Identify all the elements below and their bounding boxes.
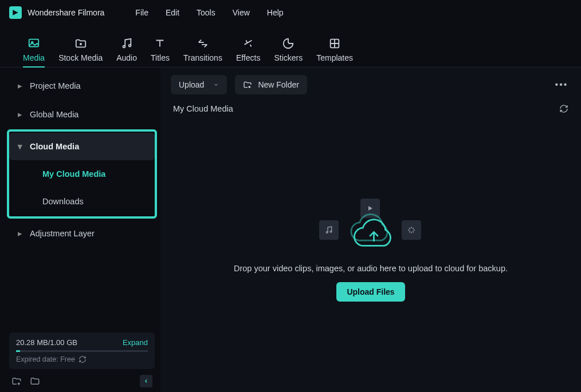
sidebar-item-label: Downloads (42, 197, 84, 206)
storage-usage-row: 20.28 MB/1.00 GB Expand (16, 338, 148, 347)
app-brand: Wondershare Filmora (9, 6, 104, 19)
storage-panel: 20.28 MB/1.00 GB Expand Expired date: Fr… (9, 332, 155, 369)
svg-point-6 (326, 231, 328, 233)
upload-label: Upload (179, 80, 204, 89)
storage-usage: 20.28 MB/1.00 GB (16, 338, 77, 347)
upload-illustration (313, 203, 428, 255)
tabbar: Media Stock Media Audio Titles Transitio… (0, 25, 581, 68)
sidebar-item-my-cloud-media[interactable]: My Cloud Media (9, 160, 155, 188)
sticker-icon (281, 36, 296, 51)
sidebar: ▸ Project Media ▸ Global Media ▾ Cloud M… (0, 68, 160, 392)
swap-icon (195, 36, 210, 51)
footer-icons (11, 376, 40, 386)
content-titlebar: My Cloud Media (171, 96, 571, 118)
sidebar-item-adjustment-layer[interactable]: ▸ Adjustment Layer (9, 220, 155, 247)
media-tree: ▸ Project Media ▸ Global Media ▾ Cloud M… (9, 72, 155, 327)
main: ▸ Project Media ▸ Global Media ▾ Cloud M… (0, 68, 581, 392)
sidebar-item-label: Project Media (30, 81, 81, 90)
folder-icon[interactable] (30, 376, 40, 386)
refresh-icon[interactable] (78, 355, 87, 363)
sidebar-collapse-button[interactable] (140, 375, 152, 387)
menu-edit[interactable]: Edit (166, 8, 179, 17)
menu-file[interactable]: File (135, 8, 148, 17)
app-logo-icon (9, 6, 22, 19)
storage-bar (16, 350, 148, 352)
cloud-upload-icon (344, 209, 397, 249)
tab-media[interactable]: Media (23, 36, 45, 67)
tab-label: Media (23, 53, 45, 62)
sidebar-item-downloads[interactable]: Downloads (9, 188, 155, 215)
folder-icon (73, 36, 88, 51)
text-icon (152, 36, 167, 51)
menubar: File Edit Tools View Help (135, 8, 283, 17)
svg-point-3 (123, 46, 125, 48)
titlebar: Wondershare Filmora File Edit Tools View… (0, 0, 581, 25)
chevron-down-icon (213, 82, 219, 88)
tab-stickers[interactable]: Stickers (274, 36, 303, 67)
refresh-icon[interactable] (559, 104, 568, 113)
app-name: Wondershare Filmora (28, 8, 104, 17)
new-folder-button[interactable]: New Folder (235, 75, 307, 94)
sidebar-item-global-media[interactable]: ▸ Global Media (9, 101, 155, 128)
sidebar-item-label: My Cloud Media (42, 169, 105, 179)
sidebar-item-label: Cloud Media (30, 142, 79, 151)
menu-view[interactable]: View (233, 8, 250, 17)
sidebar-item-label: Adjustment Layer (30, 229, 95, 238)
chevron-right-icon: ▸ (17, 110, 23, 119)
effects-file-icon (402, 220, 421, 240)
upload-files-button[interactable]: Upload Files (336, 282, 405, 302)
tab-titles[interactable]: Titles (151, 36, 170, 67)
sidebar-footer (9, 369, 155, 387)
dropzone[interactable]: Drop your video clips, images, or audio … (171, 118, 571, 386)
tab-label: Audio (116, 53, 137, 62)
tab-label: Transitions (183, 53, 222, 62)
tab-transitions[interactable]: Transitions (183, 36, 222, 67)
svg-point-4 (129, 45, 131, 47)
storage-expire-row: Expired date: Free (16, 355, 148, 363)
drop-text: Drop your video clips, images, or audio … (234, 264, 508, 273)
panel-title: My Cloud Media (173, 104, 233, 113)
tab-templates[interactable]: Templates (316, 36, 353, 67)
chevron-down-icon: ▾ (17, 142, 23, 151)
sidebar-item-cloud-media[interactable]: ▾ Cloud Media (9, 133, 155, 160)
tab-label: Stock Media (58, 53, 103, 62)
content-toolbar: Upload New Folder ••• (171, 73, 571, 96)
grid-icon (327, 36, 342, 51)
tab-label: Templates (316, 53, 353, 62)
new-folder-icon[interactable] (11, 376, 22, 386)
tab-audio[interactable]: Audio (116, 36, 137, 67)
svg-point-7 (330, 231, 332, 232)
svg-point-2 (80, 43, 81, 45)
tab-label: Effects (236, 53, 261, 62)
more-button[interactable]: ••• (552, 80, 571, 90)
content: Upload New Folder ••• My Cloud Media (160, 68, 581, 392)
new-folder-label: New Folder (258, 80, 299, 89)
chevron-right-icon: ▸ (17, 81, 23, 90)
sparkle-icon (241, 36, 256, 51)
menu-tools[interactable]: Tools (197, 8, 215, 17)
tab-effects[interactable]: Effects (236, 36, 261, 67)
image-icon (26, 36, 41, 51)
sidebar-item-project-media[interactable]: ▸ Project Media (9, 72, 155, 100)
cloud-media-highlight: ▾ Cloud Media My Cloud Media Downloads (7, 129, 157, 219)
music-icon (119, 36, 134, 51)
tab-stock-media[interactable]: Stock Media (58, 36, 103, 67)
upload-dropdown[interactable]: Upload (171, 75, 227, 94)
chevron-right-icon: ▸ (17, 229, 23, 238)
storage-expire-label: Expired date: Free (16, 355, 75, 363)
new-folder-icon (243, 80, 252, 89)
expand-storage-link[interactable]: Expand (123, 338, 148, 347)
tab-label: Stickers (274, 53, 303, 62)
music-file-icon (319, 220, 339, 240)
sidebar-item-label: Global Media (30, 110, 78, 119)
menu-help[interactable]: Help (267, 8, 284, 17)
tab-label: Titles (151, 53, 170, 62)
storage-bar-fill (16, 350, 20, 352)
